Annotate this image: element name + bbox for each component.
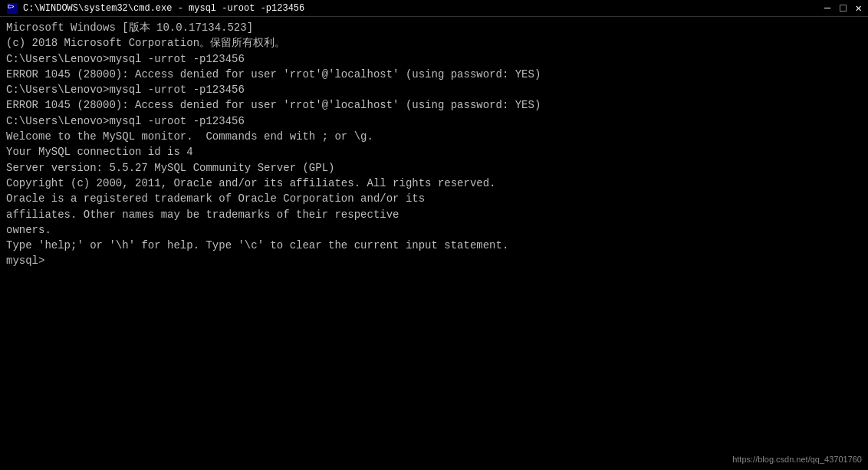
terminal-line: owners. bbox=[6, 222, 862, 238]
watermark: https://blog.csdn.net/qq_43701760 bbox=[732, 455, 862, 464]
title-bar: C:\WINDOWS\system32\cmd.exe - mysql -uro… bbox=[0, 0, 868, 17]
cmd-icon bbox=[6, 2, 18, 15]
window-controls: ─ □ ✕ bbox=[824, 3, 862, 14]
terminal-line: C:\Users\Lenovo>mysql -urrot -p123456 bbox=[6, 82, 862, 97]
terminal-line: Server version: 5.5.27 MySQL Community S… bbox=[6, 160, 862, 176]
terminal-line: (c) 2018 Microsoft Corporation。保留所有权利。 bbox=[6, 35, 862, 51]
terminal-line: C:\Users\Lenovo>mysql -uroot -p123456 bbox=[6, 113, 862, 129]
terminal-line: affiliates. Other names may be trademark… bbox=[6, 207, 862, 222]
close-button[interactable]: ✕ bbox=[856, 3, 862, 14]
terminal-line: mysql> bbox=[6, 253, 862, 268]
terminal-line: Microsoft Windows [版本 10.0.17134.523] bbox=[6, 20, 862, 35]
terminal-line: Type 'help;' or '\h' for help. Type '\c'… bbox=[6, 238, 862, 253]
terminal-line: C:\Users\Lenovo>mysql -urrot -p123456 bbox=[6, 51, 862, 67]
title-bar-left: C:\WINDOWS\system32\cmd.exe - mysql -uro… bbox=[6, 2, 304, 15]
terminal-line: Welcome to the MySQL monitor. Commands e… bbox=[6, 129, 862, 144]
cmd-window: C:\WINDOWS\system32\cmd.exe - mysql -uro… bbox=[0, 0, 868, 470]
minimize-button[interactable]: ─ bbox=[824, 3, 830, 14]
terminal-line: Your MySQL connection id is 4 bbox=[6, 144, 862, 159]
terminal-line: ERROR 1045 (28000): Access denied for us… bbox=[6, 97, 862, 113]
terminal-body[interactable]: Microsoft Windows [版本 10.0.17134.523](c)… bbox=[0, 17, 868, 470]
window-title: C:\WINDOWS\system32\cmd.exe - mysql -uro… bbox=[23, 3, 304, 14]
terminal-output: Microsoft Windows [版本 10.0.17134.523](c)… bbox=[6, 20, 862, 269]
terminal-line: ERROR 1045 (28000): Access denied for us… bbox=[6, 67, 862, 82]
terminal-line: Oracle is a registered trademark of Orac… bbox=[6, 191, 862, 206]
terminal-line: Copyright (c) 2000, 2011, Oracle and/or … bbox=[6, 176, 862, 191]
maximize-button[interactable]: □ bbox=[840, 3, 846, 14]
